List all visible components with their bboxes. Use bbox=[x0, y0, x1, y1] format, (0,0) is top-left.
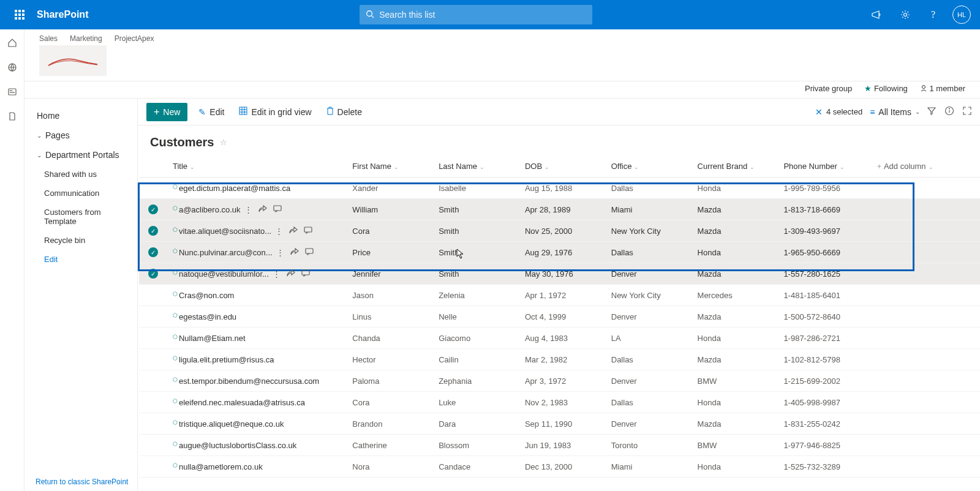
row-title[interactable]: Nullam@Etiam.net bbox=[179, 334, 246, 343]
filter-icon[interactable] bbox=[927, 107, 936, 117]
col-brand[interactable]: Current Brand⌄ bbox=[693, 156, 779, 178]
cell-fname: Hector bbox=[347, 349, 434, 370]
site-tab-sales[interactable]: Sales bbox=[39, 34, 58, 43]
return-classic-link[interactable]: Return to classic SharePoint bbox=[36, 478, 128, 486]
row-more-icon[interactable]: ⋮ bbox=[244, 205, 252, 214]
col-lastname[interactable]: Last Name⌄ bbox=[434, 156, 520, 178]
selected-check-icon[interactable]: ✓ bbox=[148, 204, 158, 214]
nav-dept[interactable]: ⌄Department Portals bbox=[24, 145, 137, 165]
row-title[interactable]: natoque@vestibulumlor... bbox=[179, 269, 269, 279]
table-row[interactable]: ⬡est.tempor.bibendum@neccursusa.comPalom… bbox=[139, 370, 980, 392]
search-box[interactable] bbox=[360, 5, 592, 24]
nav-customers-template[interactable]: Customers from Template bbox=[24, 203, 137, 231]
nav-home[interactable]: Home bbox=[24, 106, 137, 126]
following-button[interactable]: ★ Following bbox=[864, 84, 908, 93]
row-comment-icon[interactable] bbox=[304, 227, 312, 236]
table-row[interactable]: ✓⬡Nunc.pulvinar.arcu@con...⋮PriceSmithAu… bbox=[139, 242, 980, 263]
table-row[interactable]: ⬡augue@luctuslobortisClass.co.ukCatherin… bbox=[139, 435, 980, 456]
col-office[interactable]: Office⌄ bbox=[606, 156, 693, 178]
row-title[interactable]: eleifend.nec.malesuada@atrisus.ca bbox=[179, 398, 305, 407]
selected-check-icon[interactable]: ✓ bbox=[148, 247, 158, 257]
row-title[interactable]: est.tempor.bibendum@neccursusa.com bbox=[179, 377, 319, 386]
row-more-icon[interactable]: ⋮ bbox=[273, 269, 281, 279]
table-row[interactable]: ✓⬡a@aclibero.co.uk⋮WilliamSmithApr 28, 1… bbox=[139, 199, 980, 220]
table-row[interactable]: ✓⬡natoque@vestibulumlor...⋮JenniferSmith… bbox=[139, 263, 980, 285]
row-share-icon[interactable] bbox=[258, 205, 267, 214]
table-row[interactable]: ⬡egestas@in.eduLinusNelleOct 4, 1999Denv… bbox=[139, 306, 980, 328]
nav-shared[interactable]: Shared with us bbox=[24, 165, 137, 184]
new-indicator-icon: ⬡ bbox=[173, 184, 178, 190]
table-row[interactable]: ⬡ligula.elit.pretium@risus.caHectorCaili… bbox=[139, 349, 980, 370]
file-rail-icon[interactable] bbox=[6, 110, 18, 122]
grid-edit-button[interactable]: Edit in grid view bbox=[235, 104, 315, 119]
row-comment-icon[interactable] bbox=[273, 205, 282, 214]
nav-edit-link[interactable]: Edit bbox=[24, 250, 137, 269]
clear-selection-icon[interactable]: ✕ bbox=[815, 107, 823, 117]
new-button[interactable]: +New bbox=[146, 103, 187, 121]
news-rail-icon[interactable] bbox=[6, 86, 18, 98]
settings-icon[interactable] bbox=[892, 0, 919, 29]
app-name[interactable]: SharePoint bbox=[37, 9, 88, 20]
row-title[interactable]: nulla@ametlorem.co.uk bbox=[179, 462, 263, 471]
selected-check-icon[interactable]: ✓ bbox=[148, 226, 158, 236]
delete-button[interactable]: Delete bbox=[323, 104, 366, 119]
globe-rail-icon[interactable] bbox=[6, 61, 18, 73]
favorite-star-icon[interactable]: ☆ bbox=[220, 138, 227, 147]
selected-check-icon[interactable]: ✓ bbox=[148, 269, 158, 279]
table-row[interactable]: ⬡Cras@non.comJasonZeleniaApr 1, 1972New … bbox=[139, 285, 980, 306]
table-row[interactable]: ✓⬡vitae.aliquet@sociisnato...⋮CoraSmithN… bbox=[139, 220, 980, 242]
nav-communication[interactable]: Communication bbox=[24, 184, 137, 203]
row-more-icon[interactable]: ⋮ bbox=[275, 227, 283, 236]
site-logo[interactable] bbox=[39, 45, 107, 76]
new-indicator-icon: ⬡ bbox=[173, 269, 178, 275]
row-comment-icon[interactable] bbox=[301, 269, 310, 279]
cell-fname: William bbox=[347, 199, 434, 220]
table-row[interactable]: ⬡Nullam@Etiam.netChandaGiacomoAug 4, 198… bbox=[139, 328, 980, 349]
user-avatar[interactable]: HL bbox=[948, 0, 975, 29]
cell-lname: Zelenia bbox=[434, 285, 520, 306]
table-row[interactable]: ⬡eleifend.nec.malesuada@atrisus.caCoraLu… bbox=[139, 392, 980, 413]
search-input[interactable] bbox=[379, 10, 586, 20]
row-title[interactable]: egestas@in.edu bbox=[179, 312, 236, 321]
row-title[interactable]: Nunc.pulvinar.arcu@con... bbox=[179, 248, 273, 257]
col-title[interactable]: Title⌄ bbox=[168, 156, 347, 178]
cell-office: New York City bbox=[606, 220, 693, 242]
home-rail-icon[interactable] bbox=[6, 37, 18, 49]
row-title[interactable]: Cras@non.com bbox=[179, 291, 235, 300]
megaphone-icon[interactable] bbox=[864, 0, 891, 29]
site-tab-marketing[interactable]: Marketing bbox=[70, 34, 102, 43]
cell-fname: Jason bbox=[347, 285, 434, 306]
edit-button[interactable]: ✎Edit bbox=[195, 105, 228, 119]
view-switcher[interactable]: ≡All Items⌄ bbox=[870, 107, 920, 117]
help-icon[interactable]: ? bbox=[920, 0, 947, 29]
row-title[interactable]: a@aclibero.co.uk bbox=[179, 205, 241, 214]
table-row[interactable]: ⬡nulla@ametlorem.co.ukNoraCandaceDec 13,… bbox=[139, 456, 980, 478]
col-phone[interactable]: Phone Number⌄ bbox=[778, 156, 872, 178]
cell-fname: Cora bbox=[347, 392, 434, 413]
row-title[interactable]: ligula.elit.pretium@risus.ca bbox=[179, 355, 274, 364]
row-more-icon[interactable]: ⋮ bbox=[276, 248, 284, 257]
row-title[interactable]: eget.dictum.placerat@mattis.ca bbox=[179, 184, 290, 193]
nav-recycle-bin[interactable]: Recycle bin bbox=[24, 231, 137, 250]
row-share-icon[interactable] bbox=[287, 269, 295, 279]
members-button[interactable]: 1 member bbox=[920, 84, 965, 93]
app-launcher-icon[interactable] bbox=[5, 0, 34, 29]
row-title[interactable]: tristique.aliquet@neque.co.uk bbox=[179, 419, 284, 429]
table-row[interactable]: ⬡tristique.aliquet@neque.co.ukBrandonDar… bbox=[139, 413, 980, 435]
nav-pages[interactable]: ⌄Pages bbox=[24, 126, 137, 145]
row-comment-icon[interactable] bbox=[305, 248, 314, 257]
row-title[interactable]: vitae.aliquet@sociisnato... bbox=[179, 227, 271, 236]
site-tab-projectapex[interactable]: ProjectApex bbox=[115, 34, 154, 43]
cell-phone: 1-525-732-3289 bbox=[778, 456, 872, 478]
cell-brand: Mazda bbox=[693, 413, 779, 435]
col-firstname[interactable]: First Name⌄ bbox=[347, 156, 434, 178]
cell-brand: Mercedes bbox=[693, 285, 779, 306]
row-share-icon[interactable] bbox=[289, 227, 298, 236]
info-icon[interactable] bbox=[944, 106, 954, 118]
expand-icon[interactable] bbox=[963, 107, 971, 117]
col-add[interactable]: +Add column⌄ bbox=[872, 156, 980, 178]
col-dob[interactable]: DOB⌄ bbox=[520, 156, 606, 178]
row-title[interactable]: augue@luctuslobortisClass.co.uk bbox=[179, 441, 296, 450]
row-share-icon[interactable] bbox=[290, 248, 299, 257]
table-row[interactable]: ⬡eget.dictum.placerat@mattis.caXanderIsa… bbox=[139, 178, 980, 199]
